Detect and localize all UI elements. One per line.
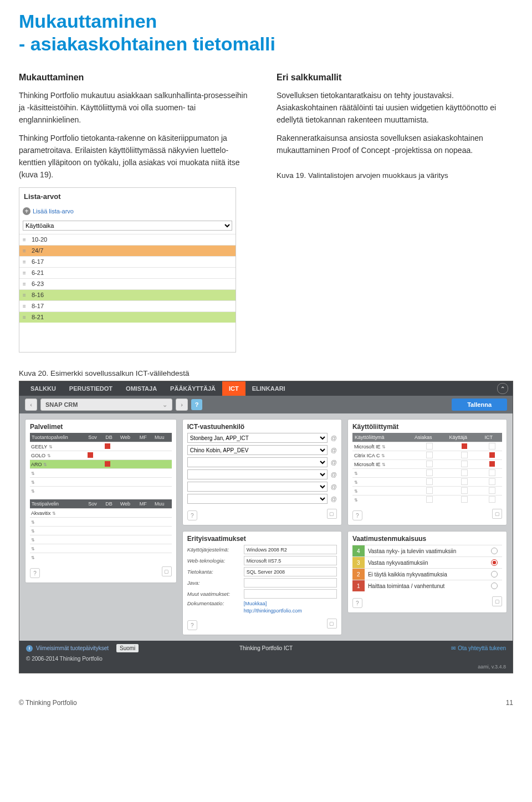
at-icon[interactable]: @: [331, 459, 337, 466]
tab-omistaja[interactable]: OMISTAJA: [119, 381, 163, 396]
table-row[interactable]: ⇅: [352, 478, 502, 487]
info-icon: i: [26, 645, 33, 652]
help-icon[interactable]: ?: [187, 510, 197, 520]
responsible-select[interactable]: [187, 482, 328, 492]
responsible-row: @: [187, 469, 337, 479]
requirement-value[interactable]: [244, 589, 337, 599]
table-row[interactable]: ⇅: [30, 553, 172, 562]
table-row[interactable]: ⇅: [30, 535, 172, 544]
help-icon[interactable]: ?: [352, 598, 362, 608]
at-icon[interactable]: @: [331, 495, 337, 502]
compliance-row[interactable]: 1Haittaa toimintaa / vanhentunut: [352, 580, 502, 591]
requirement-value[interactable]: SQL Server 2008: [244, 567, 337, 576]
left-p1: Thinking Portfolio mukautuu asiakkaan sa…: [19, 90, 255, 126]
page-title: Mukauttaminen - asiakaskohtainen tietoma…: [19, 10, 513, 55]
requirement-value[interactable]: Microsoft IIS7.5: [244, 556, 337, 565]
app-screenshot: SALKKUPERUSTIEDOTOMISTAJAPÄÄKÄYTTÄJÄICTE…: [19, 381, 513, 673]
footer-updates-link[interactable]: Viimeisimmät tuotepäivitykset: [36, 645, 109, 651]
panel-palvelimet: Palvelimet TuotantopalvelinSovDBWebMFMuu…: [25, 419, 177, 583]
table-row[interactable]: Microsoft IE ⇅: [352, 460, 502, 469]
radio-icon[interactable]: [491, 571, 498, 578]
plus-icon: +: [23, 207, 30, 215]
list-category-select[interactable]: Käyttöaika: [23, 221, 232, 231]
tab-pääkäyttäjä[interactable]: PÄÄKÄYTTÄJÄ: [163, 381, 222, 396]
radio-icon[interactable]: [491, 559, 498, 566]
list-icon: ≡: [23, 258, 28, 267]
table-row[interactable]: Akvavitix ⇅: [30, 509, 172, 518]
save-button[interactable]: Tallenna: [452, 399, 507, 411]
requirement-value[interactable]: Windows 2008 R2: [244, 545, 337, 554]
nav-prev-button[interactable]: ‹: [25, 399, 37, 411]
at-icon[interactable]: @: [331, 471, 337, 478]
note-icon[interactable]: ▢: [327, 619, 337, 629]
table-row[interactable]: ARO ⇅: [30, 460, 172, 469]
compliance-row[interactable]: 2Ei täytä kaikkia nykyvaatimuksia: [352, 568, 502, 580]
note-icon[interactable]: ▢: [492, 509, 502, 519]
footer-center-label: Thinking Portfolio ICT: [239, 645, 293, 651]
compliance-row[interactable]: 3Vastaa nykyvaatimuksiin: [352, 556, 502, 568]
table-row[interactable]: ⇅: [352, 495, 502, 504]
at-icon[interactable]: @: [331, 435, 337, 441]
list-item[interactable]: ≡8-21: [19, 311, 236, 323]
requirement-value[interactable]: [244, 578, 337, 588]
panel-title-vastuu: ICT-vastuuhenkilö: [187, 423, 337, 433]
table-row[interactable]: ⇅: [30, 544, 172, 553]
tab-perustiedot[interactable]: PERUSTIEDOT: [63, 381, 119, 396]
tab-salkku[interactable]: SALKKU: [24, 381, 63, 396]
breadcrumb[interactable]: SNAP CRM⌄: [40, 399, 172, 411]
list-item[interactable]: ≡6-21: [19, 267, 236, 278]
responsible-select[interactable]: Stonberg Jan, APP_ICT: [187, 433, 328, 443]
table-row[interactable]: GOLO ⇅: [30, 451, 172, 460]
help-button[interactable]: ?: [191, 399, 202, 410]
table-row[interactable]: ⇅: [30, 478, 172, 487]
help-icon[interactable]: ?: [352, 510, 362, 520]
add-list-value-link[interactable]: +Lisää lista-arvo: [19, 206, 236, 219]
tab-elinkaari[interactable]: ELINKAARI: [245, 381, 292, 396]
edit-link[interactable]: [Muokkaa]: [244, 601, 267, 606]
doc-url[interactable]: http://thinkingportfolio.com: [244, 608, 302, 614]
note-icon[interactable]: ▢: [162, 566, 172, 576]
caption-20: Kuva 20. Esimerkki sovellussalkun ICT-vä…: [19, 369, 513, 377]
responsible-row: @: [187, 482, 337, 492]
list-item[interactable]: ≡10-20: [19, 234, 236, 245]
table-row[interactable]: ⇅: [352, 487, 502, 495]
language-selector[interactable]: Suomi: [116, 644, 139, 652]
nav-next-button[interactable]: ›: [176, 399, 188, 411]
table-row[interactable]: Citrix ICA C ⇅: [352, 451, 502, 460]
help-icon[interactable]: ?: [30, 568, 40, 578]
list-item[interactable]: ≡8-17: [19, 300, 236, 311]
table-row[interactable]: ⇅: [30, 487, 172, 495]
list-item[interactable]: ≡6-23: [19, 278, 236, 289]
radio-icon[interactable]: [491, 583, 498, 589]
help-icon[interactable]: ?: [187, 620, 197, 630]
note-icon[interactable]: ▢: [492, 596, 502, 606]
contact-support-link[interactable]: ✉ Ota yhteyttä tukeen: [451, 645, 506, 651]
tab-ict[interactable]: ICT: [222, 381, 245, 396]
table-row[interactable]: ⇅: [30, 469, 172, 478]
collapse-icon[interactable]: ⌃: [497, 383, 508, 394]
right-p2: Rakenneratkaisunsa ansiosta sovelluksen …: [277, 132, 513, 156]
table-row[interactable]: ⇅: [30, 518, 172, 527]
radio-icon[interactable]: [491, 548, 498, 554]
table-row[interactable]: GEELY ⇅: [30, 442, 172, 451]
list-item[interactable]: ≡6-17: [19, 256, 236, 267]
responsible-select[interactable]: [187, 494, 328, 504]
table-row[interactable]: ⇅: [352, 469, 502, 478]
responsible-row: @: [187, 457, 337, 467]
table-row[interactable]: Microsoft IE ⇅: [352, 442, 502, 451]
compliance-row[interactable]: 4Vastaa nyky- ja tuleviin vaatimuksiin: [352, 545, 502, 556]
note-icon[interactable]: ▢: [327, 509, 337, 519]
at-icon[interactable]: @: [331, 483, 337, 490]
at-icon[interactable]: @: [331, 447, 337, 453]
responsible-select[interactable]: [187, 457, 328, 467]
app-footer: i Viimeisimmät tuotepäivitykset Suomi Th…: [19, 641, 513, 656]
responsible-select[interactable]: Chino Kobin, APP_DEV: [187, 445, 328, 455]
responsible-select[interactable]: [187, 469, 328, 479]
responsible-row: Stonberg Jan, APP_ICT@: [187, 433, 337, 443]
list-panel-title: Lista-arvot: [19, 191, 236, 206]
table-row[interactable]: ⇅: [30, 527, 172, 535]
list-icon: ≡: [23, 247, 28, 256]
list-item[interactable]: ≡8-16: [19, 289, 236, 300]
list-icon: ≡: [23, 280, 28, 289]
list-item[interactable]: ≡24/7: [19, 245, 236, 256]
